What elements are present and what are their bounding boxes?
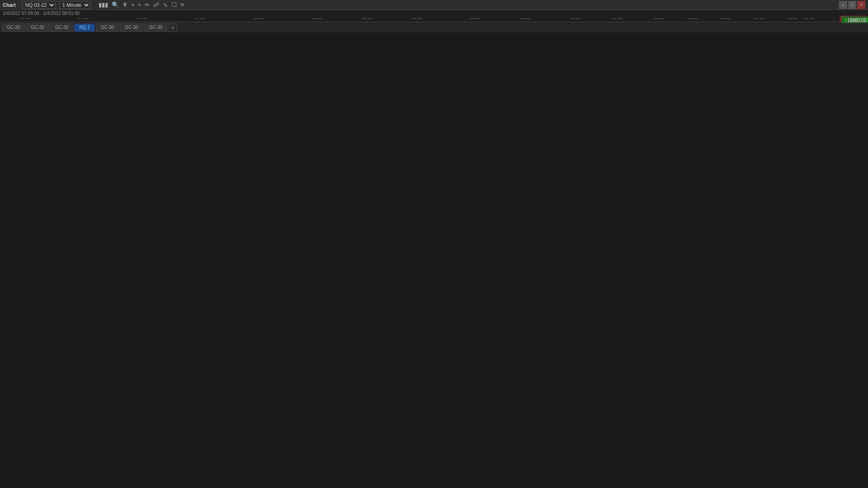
menu-icon[interactable]: ≡ <box>180 0 185 9</box>
maximize-button[interactable]: □ <box>848 1 856 9</box>
close-button[interactable]: × <box>857 1 865 9</box>
time-tick: 10:00 <box>787 18 798 20</box>
tab-gc30-4[interactable]: GC-30 <box>96 24 119 32</box>
timeframe-select[interactable]: 1 Minute <box>59 1 90 9</box>
tab-gc30-2[interactable]: GC-30 <box>26 24 49 32</box>
time-tick: 08:00 <box>253 18 264 20</box>
tab-gc30-5[interactable]: GC-30 <box>120 24 143 32</box>
tabs-bar: GC-30 GC-30 GC-30 NQ 2 GC-30 GC-30 GC-30… <box>0 22 868 33</box>
time-tick: 08:40 <box>470 18 481 20</box>
instrument-select[interactable]: NQ 03-22 <box>22 1 56 9</box>
draw-icon[interactable]: ✏ <box>144 0 151 9</box>
time-tick: 09:20 <box>654 18 664 20</box>
window-controls: – □ × <box>839 1 865 9</box>
time-tick: 09:00 <box>570 18 581 20</box>
toolbar-icons: ▮▮▮ 🔍 ✟ ⌖ + ✏ ☍ ∿ ☐ ≡ <box>98 0 185 9</box>
app-title: Chart <box>3 2 16 8</box>
time-tick: 09:30 <box>687 18 697 20</box>
tools-icon[interactable]: ☍ <box>152 0 160 9</box>
chart-area[interactable]: → <box>0 18 834 22</box>
cursor-icon[interactable]: ✟ <box>122 0 128 9</box>
time-tick: 07:20 <box>20 18 30 20</box>
time-tick: 09:10 <box>612 18 622 20</box>
bar-chart-icon[interactable]: ▮▮▮ <box>98 0 109 9</box>
time-tick: 08:30 <box>412 18 422 20</box>
price-axis: 16560.00 16540.00 16520.00 16518.15 1650… <box>834 18 868 22</box>
time-tick: 08:10 <box>312 18 322 20</box>
time-tick: 07:40 <box>137 18 147 20</box>
time-tick: 09:40 <box>721 18 731 20</box>
title-bar: Chart NQ 03-22 1 Minute ▮▮▮ 🔍 ✟ ⌖ + ✏ ☍ … <box>0 0 868 10</box>
price-16360: 16360.00 <box>847 18 866 23</box>
time-tick: 07:30 <box>78 18 89 20</box>
tab-gc30-3[interactable]: GC-30 <box>50 24 73 32</box>
date-range-label: 1/4/2022 07:09:00 - 1/4/2022 08:51:00 <box>3 11 80 16</box>
tab-gc30-6[interactable]: GC-30 <box>144 24 167 32</box>
tab-gc30-1[interactable]: GC-30 <box>2 24 25 32</box>
chart-main: → <box>0 18 868 22</box>
plus-icon[interactable]: + <box>137 0 142 9</box>
time-tick: 10:10 <box>804 18 814 20</box>
tab-nq2[interactable]: NQ 2 <box>74 24 95 32</box>
magnify-icon[interactable]: 🔍 <box>111 0 120 9</box>
time-tick: 07:50 <box>195 18 205 20</box>
time-tick: 09:50 <box>754 18 764 20</box>
strategy-icon[interactable]: ☐ <box>171 0 178 9</box>
time-tick: 08:50 <box>520 18 531 20</box>
minimize-button[interactable]: – <box>839 1 847 9</box>
wave-icon[interactable]: ∿ <box>162 0 169 9</box>
crosshair-icon[interactable]: ⌖ <box>130 0 135 9</box>
add-tab-button[interactable]: + <box>168 24 177 32</box>
time-axis: 07:20 07:30 07:40 07:50 08:00 08:10 08:2… <box>0 18 834 22</box>
chart-info-bar: 1/4/2022 07:09:00 - 1/4/2022 08:51:00 <box>0 10 868 18</box>
time-tick: 08:20 <box>362 18 372 20</box>
